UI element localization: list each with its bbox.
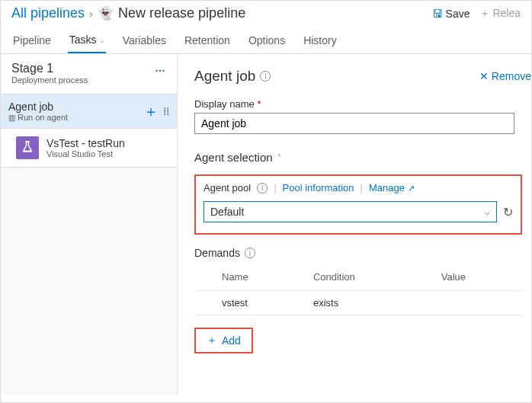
- page-title: New release pipeline: [118, 5, 245, 21]
- pool-info-link[interactable]: Pool information: [283, 182, 354, 194]
- display-name-label: Display name: [194, 98, 531, 110]
- plus-icon: ＋: [479, 7, 493, 19]
- tab-options[interactable]: Options: [247, 29, 287, 53]
- stage-header[interactable]: Stage 1 Deployment process …: [1, 54, 177, 94]
- display-name-input[interactable]: [194, 113, 514, 134]
- table-row[interactable]: vstest exists: [194, 291, 522, 315]
- breadcrumb-root[interactable]: All pipelines: [11, 5, 85, 21]
- info-icon[interactable]: i: [245, 248, 255, 258]
- server-icon: ▥: [8, 114, 15, 122]
- info-icon[interactable]: i: [257, 183, 268, 194]
- pipeline-icon: 👻: [98, 5, 114, 21]
- col-condition: Condition: [307, 267, 435, 291]
- agent-pool-box: Agent pool i | Pool information | Manage…: [194, 174, 522, 235]
- chevron-down-icon: ⌵: [485, 207, 490, 217]
- sidebar: Stage 1 Deployment process … Agent job ▥…: [1, 54, 178, 395]
- tab-variables[interactable]: Variables: [121, 29, 168, 53]
- detail-panel: Agent jobi ✕Remove Display name Agent se…: [178, 54, 531, 395]
- task-row[interactable]: VsTest - testRun Visual Studio Test: [1, 129, 177, 168]
- close-icon: ✕: [479, 70, 489, 82]
- info-icon[interactable]: i: [260, 71, 271, 82]
- save-button[interactable]: 🖫Save: [432, 8, 470, 20]
- task-subtitle: Visual Studio Test: [46, 149, 125, 158]
- stage-title: Stage 1: [11, 62, 88, 75]
- agent-pool-select[interactable]: Default ⌵: [204, 201, 497, 222]
- agent-pool-label: Agent pool: [204, 182, 251, 194]
- tab-retention[interactable]: Retention: [183, 29, 232, 53]
- job-row[interactable]: Agent job ▥Run on agent ＋ ⁞⁞: [1, 94, 177, 129]
- stage-subtitle: Deployment process: [11, 75, 88, 85]
- add-button[interactable]: ＋ Add: [194, 328, 253, 353]
- add-task-icon[interactable]: ＋: [143, 101, 159, 122]
- tab-tasks[interactable]: Tasks⌵: [68, 29, 106, 53]
- drag-handle-icon[interactable]: ⁞⁞: [163, 110, 169, 113]
- chevron-up-icon: ˄: [277, 153, 281, 162]
- manage-link[interactable]: Manage ↗: [369, 182, 415, 194]
- task-title: VsTest - testRun: [46, 137, 125, 149]
- demands-label: Demands: [194, 247, 240, 259]
- chevron-right-icon: ›: [89, 7, 93, 20]
- remove-button[interactable]: ✕Remove: [479, 70, 531, 82]
- flask-icon: [16, 136, 39, 159]
- agent-selection-toggle[interactable]: Agent selection ˄: [194, 151, 531, 164]
- tabs: Pipeline Tasks⌵ Variables Retention Opti…: [1, 24, 531, 54]
- more-icon[interactable]: …: [155, 62, 166, 74]
- detail-heading: Agent job: [194, 68, 255, 85]
- col-value: Value: [435, 267, 522, 291]
- refresh-icon[interactable]: ↻: [503, 205, 513, 219]
- job-title: Agent job: [8, 101, 143, 113]
- tab-history[interactable]: History: [302, 29, 338, 53]
- tab-pipeline[interactable]: Pipeline: [11, 29, 53, 53]
- release-button[interactable]: ＋ Relea: [479, 7, 521, 21]
- plus-icon: ＋: [207, 334, 217, 347]
- breadcrumb: All pipelines › 👻 New release pipeline 🖫…: [1, 1, 531, 24]
- external-icon: ↗: [408, 184, 415, 193]
- job-subtitle: Run on agent: [18, 113, 68, 122]
- col-name: Name: [216, 267, 307, 291]
- save-icon: 🖫: [432, 8, 443, 20]
- demands-table: Name Condition Value vstest exists: [194, 267, 522, 315]
- chevron-down-icon: ⌵: [100, 36, 104, 44]
